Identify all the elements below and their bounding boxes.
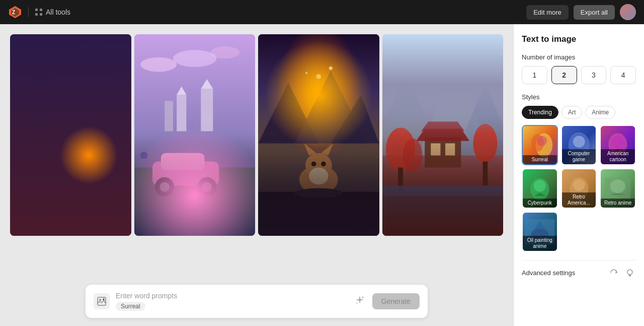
tab-anime[interactable]: Anime <box>585 106 615 119</box>
num-btn-4[interactable]: 4 <box>610 66 636 84</box>
svg-rect-12 <box>10 34 131 228</box>
app-logo[interactable]: Z <box>8 5 22 19</box>
svg-marker-41 <box>304 143 316 155</box>
num-btn-2[interactable]: 2 <box>551 66 577 84</box>
svg-rect-46 <box>258 192 379 228</box>
style-card-retro-anime-label: Retro anime <box>601 199 635 208</box>
advanced-settings-label: Advanced settings <box>522 269 575 277</box>
num-btn-3[interactable]: 3 <box>581 66 607 84</box>
svg-point-82 <box>610 179 625 193</box>
style-card-computer-game-label: Computer game <box>562 149 596 164</box>
svg-point-76 <box>612 136 624 148</box>
prompt-actions: Generate <box>352 293 420 310</box>
style-card-retro-anime[interactable]: Retro anime <box>600 168 636 209</box>
svg-point-10 <box>84 141 101 158</box>
num-images-selector: 1 2 3 4 <box>522 66 636 84</box>
edit-more-button[interactable]: Edit more <box>526 5 569 20</box>
svg-marker-49 <box>382 71 443 155</box>
prompt-image-icon[interactable] <box>94 293 110 309</box>
style-card-retro-americana[interactable]: Retro America... <box>561 168 597 209</box>
svg-rect-87 <box>629 276 631 277</box>
prompt-placeholder[interactable]: Enter word prompts <box>116 292 346 300</box>
image-panel-3[interactable] <box>258 34 379 236</box>
svg-point-61 <box>403 139 422 172</box>
svg-point-28 <box>202 182 211 191</box>
generated-image-2 <box>134 34 256 236</box>
topbar-left: Z All tools <box>8 5 70 19</box>
svg-point-27 <box>197 177 216 197</box>
svg-marker-34 <box>294 71 367 143</box>
topbar-divider <box>28 7 29 17</box>
topbar: Z All tools Edit more Export all <box>0 0 644 24</box>
style-tabs: Trending Art Anime <box>522 106 636 119</box>
style-card-computer-game[interactable]: Computer game <box>561 125 597 165</box>
tools-icon <box>35 8 43 16</box>
image-panel-1[interactable] <box>10 34 131 236</box>
svg-point-69 <box>356 303 357 304</box>
style-card-american-cartoon-label: American cartoon <box>601 149 635 164</box>
svg-point-7 <box>49 74 93 127</box>
svg-marker-18 <box>177 86 186 95</box>
generated-image-3 <box>258 34 379 236</box>
image-panel-4[interactable] <box>382 34 504 236</box>
export-all-button[interactable]: Export all <box>574 5 615 20</box>
style-card-surreal-label: Surreal <box>523 155 557 164</box>
advanced-settings-section: Advanced settings <box>522 260 636 279</box>
svg-point-57 <box>386 127 415 171</box>
svg-point-59 <box>473 124 497 163</box>
prompt-input-area: Enter word prompts Surreal <box>116 292 346 311</box>
svg-point-68 <box>362 296 363 298</box>
style-card-oil-painting-anime[interactable]: Oil painting anime <box>522 212 558 252</box>
generate-button[interactable]: Generate <box>372 293 420 309</box>
image-grid <box>10 34 503 236</box>
lightbulb-icon[interactable] <box>624 267 636 279</box>
all-tools-button[interactable]: All tools <box>35 8 70 16</box>
num-images-label: Number of images <box>522 53 636 61</box>
svg-marker-33 <box>258 83 318 143</box>
svg-rect-55 <box>431 143 440 155</box>
avatar[interactable] <box>620 4 636 20</box>
sparkle-icon <box>354 295 365 306</box>
svg-point-43 <box>311 162 316 167</box>
style-grid: Surreal Computer game <box>522 125 636 252</box>
tab-trending[interactable]: Trending <box>522 106 558 119</box>
main-layout: Enter word prompts Surreal Generate Text… <box>0 24 644 326</box>
style-card-surreal[interactable]: Surreal <box>522 125 558 165</box>
svg-rect-86 <box>629 275 631 276</box>
tab-art[interactable]: Art <box>561 106 582 119</box>
style-card-cyberpunk[interactable]: Cyberpunk <box>522 168 558 209</box>
svg-marker-51 <box>455 83 503 155</box>
svg-rect-48 <box>382 34 504 228</box>
style-card-retro-americana-label: Retro America... <box>562 192 596 208</box>
svg-point-80 <box>573 179 585 191</box>
sparkle-button[interactable] <box>352 293 367 310</box>
svg-point-37 <box>329 67 333 70</box>
svg-point-44 <box>321 162 326 167</box>
refresh-icon[interactable] <box>608 267 620 279</box>
svg-point-47 <box>294 188 343 198</box>
svg-point-65 <box>99 299 101 301</box>
svg-rect-19 <box>201 89 213 131</box>
svg-point-16 <box>173 50 216 67</box>
prompt-bar: Enter word prompts Surreal Generate <box>86 285 428 318</box>
num-btn-1[interactable]: 1 <box>522 66 547 84</box>
svg-marker-53 <box>416 129 469 141</box>
style-card-oil-painting-anime-label: Oil painting anime <box>523 236 557 251</box>
svg-rect-4 <box>40 9 42 11</box>
svg-point-8 <box>56 72 85 106</box>
canvas-area: Enter word prompts Surreal Generate <box>0 24 513 326</box>
svg-rect-17 <box>177 95 186 131</box>
styles-label: Styles <box>522 93 636 101</box>
svg-rect-5 <box>35 13 38 16</box>
image-panel-2[interactable] <box>134 34 256 236</box>
svg-rect-21 <box>165 101 173 131</box>
style-card-american-cartoon[interactable]: American cartoon <box>600 125 636 165</box>
advanced-icons <box>608 267 636 279</box>
svg-rect-23 <box>152 162 219 186</box>
svg-point-36 <box>316 74 321 79</box>
surreal-tag[interactable]: Surreal <box>116 302 145 311</box>
svg-rect-32 <box>258 34 379 228</box>
svg-point-30 <box>238 163 243 168</box>
svg-point-14 <box>140 57 177 72</box>
generated-image-1 <box>10 34 131 236</box>
